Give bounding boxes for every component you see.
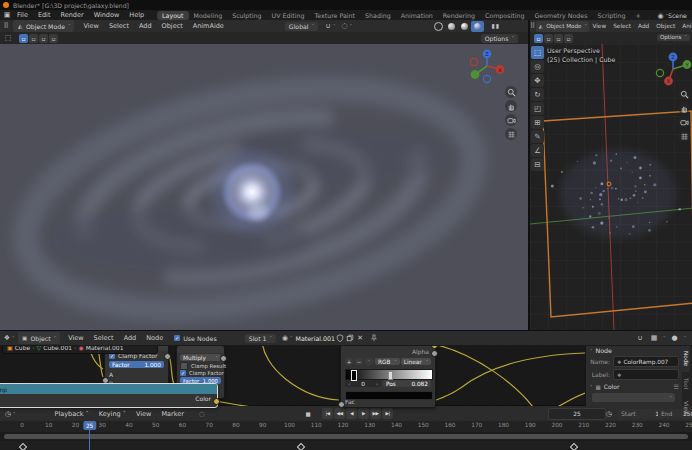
timeline-menu-keying[interactable]: Keying ˅	[94, 410, 131, 418]
workspace-tab-modeling[interactable]: Modeling	[189, 11, 228, 20]
next-keyframe-button[interactable]: ▶▶	[370, 408, 381, 419]
prev-keyframe-button[interactable]: ◀◀	[334, 408, 345, 419]
overlay-toggle-icon[interactable]: ▦	[649, 333, 659, 343]
frame-clock-icon[interactable]: ◷	[604, 409, 614, 419]
viewport-menu-object[interactable]: Object	[653, 23, 679, 29]
menu-file[interactable]: File	[12, 11, 33, 19]
viewport-left-canvas[interactable]: Z X	[0, 44, 528, 330]
stop-button[interactable]: ■	[303, 409, 313, 419]
ramp-color-mode-dropdown[interactable]: RGB˅	[375, 358, 400, 365]
viewport-menu-select[interactable]: Select	[610, 23, 635, 29]
shader-menu-view[interactable]: View	[63, 334, 88, 342]
grid-icon[interactable]	[505, 128, 517, 140]
shader-menu-node[interactable]: Node	[141, 334, 168, 342]
measure-tool-button[interactable]: ∠	[531, 144, 544, 157]
pin-icon[interactable]	[369, 333, 379, 343]
input-socket-fac[interactable]	[338, 401, 345, 408]
keyframe-marker[interactable]	[297, 443, 305, 450]
grid-icon[interactable]	[678, 130, 690, 142]
options-dropdown-right[interactable]: Options˅	[657, 34, 690, 41]
timeline-channel-row[interactable]	[0, 441, 692, 450]
colorramp-node-selected[interactable]: ColorRamp Color	[0, 383, 218, 408]
material-name[interactable]: Material.001	[295, 335, 335, 342]
add-stop-button[interactable]: +	[345, 358, 353, 365]
jump-start-button[interactable]: |◀	[322, 408, 333, 419]
node-name-field[interactable]: ❖ ColorRamp.007	[613, 356, 679, 367]
move-tool-button[interactable]: ✥	[531, 74, 544, 87]
workspace-tab-layout[interactable]: Layout	[157, 11, 188, 20]
options-dropdown-left[interactable]: Options˅	[481, 34, 518, 43]
remove-stop-button[interactable]: −	[355, 358, 363, 365]
select-mode-new[interactable]: ▫	[19, 34, 28, 43]
keyframe-marker[interactable]	[19, 443, 27, 450]
stop-index-stepper[interactable]: ‹0›	[345, 380, 381, 387]
viewport-menu-select[interactable]: Select	[104, 22, 134, 30]
transform-tool-button[interactable]: ⊞	[531, 116, 544, 129]
material-browse-icon[interactable]: ◉	[280, 333, 290, 343]
ramp-stop-selected[interactable]	[351, 370, 357, 381]
current-frame-field[interactable]: 25	[548, 408, 606, 420]
output-socket-value[interactable]	[220, 355, 227, 362]
mode-dropdown[interactable]: ◭ Object Mode˅	[13, 20, 74, 32]
timeline-menu-view[interactable]: View	[131, 410, 156, 418]
viewport-menu-view[interactable]: View	[589, 23, 610, 29]
magnifier-icon[interactable]	[678, 88, 690, 100]
nav-gizmo[interactable]: Z X	[468, 48, 506, 86]
workspace-tab-scripting[interactable]: Scripting	[593, 11, 631, 20]
editor-type-icon-right[interactable]: ⠿	[530, 21, 535, 31]
shading-wireframe-icon[interactable]	[432, 21, 445, 32]
sidebar-tab-view[interactable]: View	[682, 395, 690, 421]
add-workspace-button[interactable]: +	[631, 11, 646, 20]
workspace-tab-shading[interactable]: Shading	[360, 11, 396, 20]
panel-section-title[interactable]: Node	[596, 347, 612, 354]
shading-material-icon[interactable]	[458, 21, 471, 32]
scale-tool-button[interactable]: ◰	[531, 102, 544, 115]
timeline-scrollbar[interactable]	[4, 434, 688, 439]
duplicate-material-icon[interactable]	[345, 333, 355, 343]
shader-menu-select[interactable]: Select	[89, 334, 119, 342]
shader-type-dropdown[interactable]: ▣ Object˅	[18, 332, 61, 344]
output-socket-alpha[interactable]	[431, 350, 438, 357]
workspace-tab-uv-editing[interactable]: UV Editing	[267, 11, 310, 20]
camera-icon[interactable]	[678, 116, 690, 128]
fake-user-shield-icon[interactable]	[335, 333, 345, 343]
cursor-tool-button[interactable]: ◎	[531, 60, 544, 73]
app-menu-icon[interactable]: ▣	[2, 10, 12, 20]
select-mode-new-right[interactable]: ▫	[534, 34, 543, 43]
select-mode-extend[interactable]: ▫	[29, 34, 38, 43]
select-mode-invert-right[interactable]: ▫	[564, 34, 573, 43]
timeline-editor-type-icon[interactable]: ◷	[3, 409, 13, 419]
select-mode-subtract-right[interactable]: ▫	[554, 34, 563, 43]
color-ramp-gradient[interactable]	[345, 369, 433, 380]
viewport-menu-animaide[interactable]: AnimAide	[188, 22, 229, 30]
magnifier-icon[interactable]	[505, 86, 517, 98]
start-frame-field[interactable]: Start1	[618, 409, 662, 419]
scene-selector[interactable]: ◉ ˅ Scene	[656, 11, 692, 21]
preview-shading-icon[interactable]: ●	[670, 333, 680, 343]
ramp-options-button[interactable]: ˅	[365, 358, 373, 365]
timeline-menu-marker[interactable]: Marker	[156, 410, 188, 418]
node-label-field[interactable]: ❖	[613, 369, 679, 380]
viewport-menu-animaide[interactable]: AnimAide	[679, 23, 692, 29]
viewport-right-canvas[interactable]: ⬚◎✥↻◰⊞✎∠⊟ User Perspective (25) Collecti…	[528, 44, 692, 330]
output-socket-color[interactable]	[213, 398, 220, 405]
jump-end-button[interactable]: ▶|	[382, 408, 393, 419]
stop-position-slider[interactable]: Pos0.082	[383, 380, 431, 387]
snap-node-icon[interactable]: ∪	[635, 333, 645, 343]
proportional-edit-icon[interactable]: ◌	[340, 21, 350, 31]
colorramp-node[interactable]: Color Alpha + − ˅ RGB˅ Linear˅ ‹0› Pos0.…	[340, 337, 436, 408]
workspace-tab-texture-paint[interactable]: Texture Paint	[309, 11, 360, 20]
playhead-frame-badge[interactable]: 25	[83, 421, 96, 430]
active-tool-icon[interactable]: ⬚	[3, 33, 13, 43]
workspace-tab-rendering[interactable]: Rendering	[438, 11, 480, 20]
menu-render[interactable]: Render	[55, 11, 88, 19]
select-mode-subtract[interactable]: ▫	[39, 34, 48, 43]
play-button[interactable]: ▶	[358, 408, 369, 419]
slot-dropdown[interactable]: Slot 1˅	[245, 334, 276, 343]
autokey-toggle-icon[interactable]: ◌	[197, 409, 207, 419]
hand-icon[interactable]	[678, 102, 690, 114]
timeline-menu-playback[interactable]: Playback ˅	[50, 410, 94, 418]
snap-magnet-icon[interactable]: ∪	[323, 21, 333, 31]
select-mode-invert[interactable]: ▫	[49, 34, 58, 43]
camera-icon[interactable]	[505, 114, 517, 126]
